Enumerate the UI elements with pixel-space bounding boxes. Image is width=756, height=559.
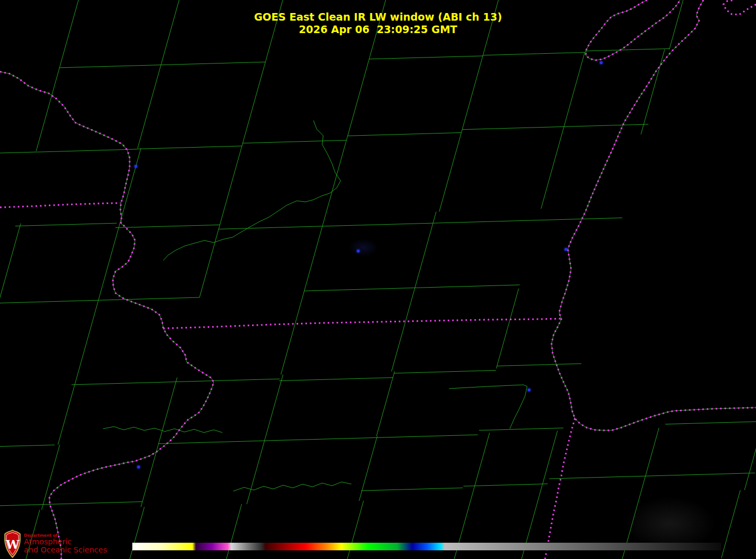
ord-county-line [449, 385, 527, 429]
lake-michigan-shore [552, 0, 756, 430]
state-border-layer [0, 0, 756, 559]
uw-aos-logo: W Department of Atmospheric and Oceanic … [4, 530, 107, 558]
map-canvas [0, 0, 756, 559]
station-dot-MSN [357, 250, 360, 252]
station-dot-GRB [600, 61, 603, 64]
logo-name-line-2: and Oceanic Sciences [24, 546, 107, 554]
station-dot-ORD [528, 389, 530, 391]
mississippi-river-shoreline [0, 72, 214, 559]
county-boundaries-layer [0, 0, 756, 559]
county-mesh-lines [0, 0, 756, 559]
ir-enhancement-colorbar [132, 543, 721, 550]
station-dot-MKE [565, 248, 567, 251]
crest-letter: W [5, 537, 20, 551]
image-title: GOES East Clean IR LW window (ABI ch 13)… [0, 11, 756, 36]
river-shoreline-layer [0, 0, 756, 559]
title-line-2: 2026 Apr 06 23:09:25 GMT [0, 23, 756, 36]
wisconsin-river [163, 120, 341, 261]
mississippi-river [0, 72, 214, 559]
station-dot-MLI [137, 466, 140, 468]
logo-name-line-1: Atmospheric [24, 538, 107, 546]
uw-crest-icon: W [4, 530, 21, 558]
satellite-image-viewer: GOES East Clean IR LW window (ABI ch 13)… [0, 0, 756, 559]
station-dot-LSE [134, 165, 137, 168]
lake-michigan-shore-shoreline [552, 0, 756, 430]
wi-il-border [163, 319, 562, 328]
title-line-1: GOES East Clean IR LW window (ABI ch 13) [0, 11, 756, 23]
il-in-border [545, 418, 575, 559]
logo-text: Department of Atmospheric and Oceanic Sc… [24, 530, 107, 554]
mn-ia-border [0, 203, 120, 207]
